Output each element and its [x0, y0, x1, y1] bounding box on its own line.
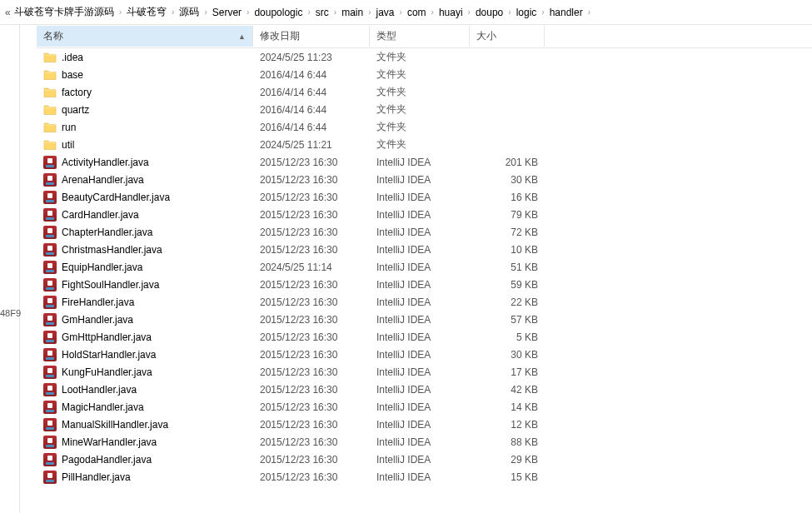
- file-row[interactable]: ManualSkillHandler.java2015/12/23 16:30I…: [37, 416, 812, 433]
- cell-name: GmHttpHandler.java: [37, 331, 253, 344]
- chevron-right-icon: ›: [396, 7, 406, 17]
- folder-row[interactable]: quartz2016/4/14 6:44文件夹: [37, 101, 812, 118]
- file-row[interactable]: BeautyCardHandler.java2015/12/23 16:30In…: [37, 188, 812, 206]
- file-row[interactable]: GmHandler.java2015/12/23 16:30IntelliJ I…: [37, 311, 812, 328]
- file-name: LootHandler.java: [62, 384, 137, 396]
- cell-date: 2015/12/23 16:30: [253, 192, 370, 203]
- chevron-right-icon: ›: [538, 7, 547, 17]
- java-file-icon: [43, 191, 57, 204]
- content-area: 名称 ▲ 修改日期 类型 大小 .idea2024/5/25 11:23文件夹b…: [20, 25, 812, 513]
- cell-name: ChapterHandler.java: [37, 226, 253, 239]
- cell-name: ManualSkillHandler.java: [37, 418, 253, 431]
- cell-name: EquipHandler.java: [37, 261, 253, 274]
- breadcrumb-item[interactable]: java: [375, 7, 396, 18]
- file-row[interactable]: PillHandler.java2015/12/23 16:30IntelliJ…: [37, 468, 812, 486]
- cell-type: IntelliJ IDEA: [370, 279, 470, 291]
- column-header-size[interactable]: 大小: [470, 26, 545, 47]
- cell-type: IntelliJ IDEA: [370, 401, 470, 413]
- cell-size: 12 KB: [470, 419, 545, 431]
- breadcrumb-item[interactable]: handler: [548, 7, 585, 18]
- file-name: HoldStarHandler.java: [62, 349, 156, 361]
- cell-date: 2015/12/23 16:30: [253, 436, 370, 448]
- cell-type: IntelliJ IDEA: [370, 331, 470, 343]
- file-row[interactable]: ChapterHandler.java2015/12/23 16:30Intel…: [37, 223, 812, 241]
- file-name: PagodaHandler.java: [62, 454, 152, 466]
- chevron-right-icon: ›: [585, 7, 594, 17]
- breadcrumb-item[interactable]: com: [406, 7, 428, 18]
- cell-size: 17 KB: [470, 366, 545, 378]
- java-file-icon: [43, 173, 57, 187]
- cell-date: 2015/12/23 16:30: [253, 296, 370, 308]
- cell-type: IntelliJ IDEA: [370, 454, 470, 466]
- cell-type: IntelliJ IDEA: [370, 157, 470, 168]
- file-row[interactable]: ActivityHandler.java2015/12/23 16:30Inte…: [37, 153, 812, 171]
- cell-size: 15 KB: [470, 471, 545, 483]
- breadcrumb-item[interactable]: 斗破苍穹: [125, 5, 168, 19]
- nav-fragment-text: 48F9: [0, 308, 21, 318]
- cell-date: 2016/4/14 6:44: [253, 104, 370, 116]
- breadcrumb-item[interactable]: main: [340, 7, 365, 18]
- cell-date: 2015/12/23 16:30: [253, 174, 370, 186]
- nav-pane[interactable]: [0, 25, 20, 513]
- file-row[interactable]: MineWarHandler.java2015/12/23 16:30Intel…: [37, 433, 812, 451]
- cell-type: IntelliJ IDEA: [370, 471, 470, 483]
- cell-name: factory: [37, 86, 253, 99]
- file-name: PillHandler.java: [62, 471, 131, 483]
- folder-row[interactable]: run2016/4/14 6:44文件夹: [37, 118, 812, 136]
- file-row[interactable]: HoldStarHandler.java2015/12/23 16:30Inte…: [37, 346, 812, 363]
- file-row[interactable]: KungFuHandler.java2015/12/23 16:30Intell…: [37, 363, 812, 381]
- cell-size: 72 KB: [470, 227, 545, 238]
- file-row[interactable]: EquipHandler.java2024/5/25 11:14IntelliJ…: [37, 258, 812, 276]
- file-row[interactable]: CardHandler.java2015/12/23 16:30IntelliJ…: [37, 206, 812, 223]
- cell-name: FireHandler.java: [37, 296, 253, 309]
- cell-size: 59 KB: [470, 279, 545, 291]
- breadcrumb-item[interactable]: 源码: [177, 5, 201, 19]
- column-headers: 名称 ▲ 修改日期 类型 大小: [37, 25, 812, 48]
- breadcrumb-item[interactable]: src: [314, 7, 331, 18]
- cell-date: 2015/12/23 16:30: [253, 401, 370, 413]
- file-row[interactable]: ChristmasHandler.java2015/12/23 16:30Int…: [37, 241, 812, 258]
- breadcrumb-item[interactable]: doupologic: [252, 7, 304, 18]
- file-row[interactable]: FightSoulHandler.java2015/12/23 16:30Int…: [37, 276, 812, 293]
- file-name: util: [62, 139, 74, 151]
- column-header-name-label: 名称: [43, 29, 63, 43]
- breadcrumb-item[interactable]: huayi: [437, 7, 465, 18]
- chevron-right-icon: ›: [243, 7, 252, 17]
- column-header-date[interactable]: 修改日期: [253, 26, 370, 47]
- cell-date: 2015/12/23 16:30: [253, 314, 370, 326]
- file-row[interactable]: FireHandler.java2015/12/23 16:30IntelliJ…: [37, 293, 812, 311]
- file-row[interactable]: LootHandler.java2015/12/23 16:30IntelliJ…: [37, 381, 812, 398]
- column-header-type[interactable]: 类型: [370, 26, 470, 47]
- file-name: factory: [62, 87, 92, 98]
- folder-icon: [43, 138, 57, 152]
- cell-date: 2024/5/25 11:14: [253, 261, 370, 273]
- file-row[interactable]: PagodaHandler.java2015/12/23 16:30Intell…: [37, 451, 812, 468]
- breadcrumb-item[interactable]: doupo: [474, 7, 505, 18]
- java-file-icon: [43, 313, 57, 326]
- file-row[interactable]: GmHttpHandler.java2015/12/23 16:30Intell…: [37, 328, 812, 346]
- cell-date: 2015/12/23 16:30: [253, 244, 370, 256]
- file-row[interactable]: ArenaHandler.java2015/12/23 16:30Intelli…: [37, 171, 812, 188]
- java-file-icon: [43, 278, 57, 291]
- breadcrumb-item[interactable]: 斗破苍穹卡牌手游源码: [12, 5, 116, 19]
- breadcrumb-item[interactable]: Server: [211, 7, 243, 18]
- breadcrumb-prefix[interactable]: «: [3, 7, 12, 18]
- breadcrumb-item[interactable]: logic: [515, 7, 539, 18]
- cell-size: 201 KB: [470, 157, 545, 168]
- column-header-type-label: 类型: [376, 29, 396, 43]
- cell-date: 2015/12/23 16:30: [253, 419, 370, 431]
- folder-row[interactable]: factory2016/4/14 6:44文件夹: [37, 83, 812, 101]
- folder-row[interactable]: base2016/4/14 6:44文件夹: [37, 66, 812, 83]
- folder-row[interactable]: util2024/5/25 11:21文件夹: [37, 136, 812, 153]
- breadcrumb[interactable]: « 斗破苍穹卡牌手游源码›斗破苍穹›源码›Server›doupologic›s…: [0, 0, 812, 25]
- file-name: ManualSkillHandler.java: [62, 419, 168, 431]
- java-file-icon: [43, 453, 57, 466]
- file-name: MagicHandler.java: [62, 401, 144, 413]
- column-header-name[interactable]: 名称 ▲: [37, 26, 253, 47]
- folder-row[interactable]: .idea2024/5/25 11:23文件夹: [37, 48, 812, 66]
- cell-date: 2015/12/23 16:30: [253, 209, 370, 221]
- file-row[interactable]: MagicHandler.java2015/12/23 16:30Intelli…: [37, 398, 812, 416]
- java-file-icon: [43, 226, 57, 239]
- file-list[interactable]: .idea2024/5/25 11:23文件夹base2016/4/14 6:4…: [37, 48, 812, 513]
- cell-name: ActivityHandler.java: [37, 156, 253, 169]
